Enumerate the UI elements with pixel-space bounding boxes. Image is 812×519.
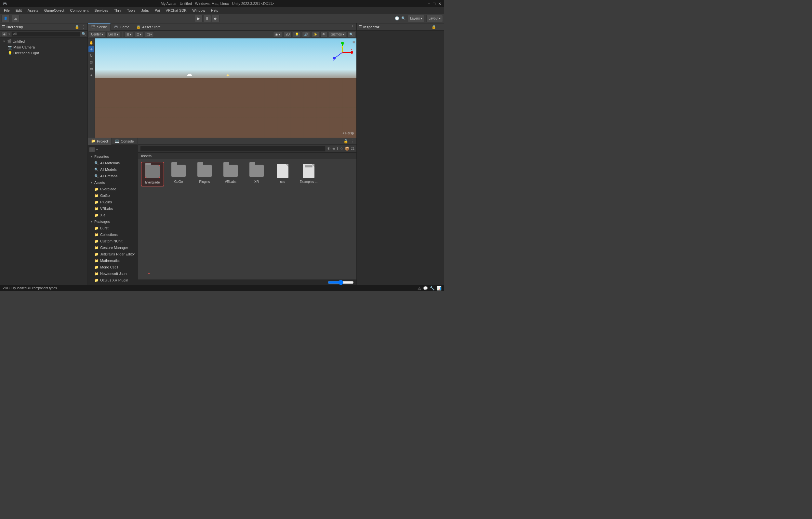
- minimize-button[interactable]: −: [428, 1, 431, 6]
- project-size-slider[interactable]: [328, 281, 354, 284]
- project-package-icon[interactable]: 📦: [345, 146, 350, 151]
- menu-help[interactable]: Help: [208, 8, 221, 13]
- search-scene-button[interactable]: 🔍: [347, 31, 355, 38]
- rect-tool[interactable]: ▭: [88, 66, 94, 72]
- sidebar-item-plugins[interactable]: 📁 Plugins: [88, 199, 138, 205]
- 2d-button[interactable]: 2D: [284, 31, 292, 38]
- effects-button[interactable]: ✨: [311, 31, 319, 38]
- layout-dropdown[interactable]: Layout ▾: [426, 15, 443, 22]
- hierarchy-options-icon[interactable]: ⋮: [81, 25, 86, 29]
- account-button[interactable]: 👤: [1, 15, 10, 22]
- center-dropdown[interactable]: Center ▾: [89, 31, 105, 38]
- move-tool[interactable]: ✛: [88, 46, 94, 52]
- scene-gizmo[interactable]: x y z: [331, 41, 354, 64]
- hierarchy-lock-icon[interactable]: 🔒: [75, 25, 79, 29]
- rotate-tool[interactable]: ↻: [88, 53, 94, 59]
- status-icon4[interactable]: 📊: [437, 286, 442, 291]
- grid-button[interactable]: ⊞ ▾: [124, 31, 133, 38]
- maximize-button[interactable]: □: [433, 1, 435, 6]
- inspector-lock-icon[interactable]: 🔒: [432, 25, 436, 29]
- sidebar-item-custom-nunit[interactable]: 📁 Custom NUnit: [88, 238, 138, 244]
- cloud-button[interactable]: ☁: [12, 15, 20, 22]
- hierarchy-item-directional-light[interactable]: 💡 Directional Light: [0, 50, 87, 56]
- project-star-icon[interactable]: ☆: [340, 146, 343, 151]
- audio-button[interactable]: 🔊: [302, 31, 310, 38]
- close-button[interactable]: ✕: [438, 1, 442, 6]
- menu-vrchat-sdk[interactable]: VRChat SDK: [163, 8, 189, 13]
- file-item-everglade[interactable]: Everglade: [141, 162, 164, 187]
- sidebar-item-all-models[interactable]: 🔍 All Models: [88, 166, 138, 173]
- menu-component[interactable]: Component: [67, 8, 91, 13]
- sidebar-item-xr[interactable]: 📁 XR: [88, 212, 138, 218]
- sidebar-item-oculus[interactable]: 📁 Oculus XR Plugin: [88, 277, 138, 283]
- menu-assets[interactable]: Assets: [25, 8, 41, 13]
- file-item-gogo[interactable]: GoGo: [167, 162, 190, 187]
- sidebar-item-all-materials[interactable]: 🔍 All Materials: [88, 160, 138, 166]
- sidebar-item-mono-cecil[interactable]: 📁 Mono Cecil: [88, 264, 138, 270]
- project-search-input[interactable]: [140, 146, 325, 152]
- menu-services[interactable]: Services: [92, 8, 111, 13]
- sidebar-item-mathematics[interactable]: 📁 Mathematics: [88, 257, 138, 264]
- sidebar-item-jetbrains[interactable]: 📁 JetBrains Rider Editor: [88, 251, 138, 257]
- menu-tools[interactable]: Tools: [124, 8, 138, 13]
- scale-tool[interactable]: ⊡: [88, 59, 94, 65]
- file-item-csc[interactable]: csc: [271, 162, 294, 187]
- menu-jobs[interactable]: Jobs: [139, 8, 151, 13]
- sidebar-item-newtonsoft[interactable]: 📁 Newtonsoft Json: [88, 270, 138, 277]
- sidebar-item-gogo[interactable]: 📁 GoGo: [88, 192, 138, 199]
- inspector-options-icon[interactable]: ⋮: [438, 25, 442, 29]
- project-bookmark-icon[interactable]: ★: [332, 146, 336, 151]
- local-dropdown[interactable]: Local ▾: [106, 31, 120, 38]
- pause-button[interactable]: ⏸: [203, 15, 211, 22]
- view-options-button[interactable]: ◫ ▾: [145, 31, 154, 38]
- lighting-button[interactable]: 💡: [293, 31, 301, 38]
- status-icon2[interactable]: 💬: [423, 286, 428, 291]
- scene-tab-menu[interactable]: ⋮: [349, 25, 356, 29]
- tab-project[interactable]: 📁 Project: [88, 138, 112, 145]
- project-eye-icon[interactable]: 👁: [327, 146, 331, 151]
- hierarchy-item-untitled[interactable]: ▼ 🎬 Untitled: [0, 38, 87, 44]
- tab-game[interactable]: 🎮 Game: [111, 23, 133, 31]
- menu-file[interactable]: File: [1, 8, 12, 13]
- scene-vis-button[interactable]: 👁: [320, 31, 327, 38]
- menu-window[interactable]: Window: [190, 8, 208, 13]
- status-icon3[interactable]: 🔧: [430, 286, 435, 291]
- menu-poi[interactable]: Poi: [152, 8, 162, 13]
- tab-scene[interactable]: 🎬 Scene: [88, 23, 111, 31]
- snap-button[interactable]: ⊡ ▾: [135, 31, 143, 38]
- file-item-vrlabs[interactable]: VRLabs: [219, 162, 242, 187]
- step-button[interactable]: ⏭: [212, 15, 220, 22]
- project-info-icon[interactable]: ℹ: [337, 146, 339, 151]
- scene-view[interactable]: ✋ ✛ ↻ ⊡ ▭ ✦ ☁: [88, 38, 356, 138]
- scene-hamburger-icon[interactable]: ≡: [352, 40, 355, 45]
- sidebar-item-gesture-manager[interactable]: 📁 Gesture Manager: [88, 244, 138, 251]
- play-button[interactable]: ▶: [195, 15, 203, 22]
- layers-dropdown[interactable]: Layers ▾: [408, 15, 424, 22]
- render-mode-button[interactable]: ◉ ▾: [273, 31, 282, 38]
- status-icon1[interactable]: ⚠: [417, 286, 421, 291]
- file-item-examples[interactable]: Examples ...: [297, 162, 320, 187]
- bottom-panel-lock-icon[interactable]: 🔒: [343, 139, 348, 143]
- sidebar-item-assets[interactable]: ▼ Assets: [88, 179, 138, 186]
- transform-tool[interactable]: ✦: [88, 72, 94, 78]
- hand-tool[interactable]: ✋: [88, 40, 94, 46]
- bottom-panel-options-icon[interactable]: ⋮: [350, 139, 354, 143]
- menu-edit[interactable]: Edit: [13, 8, 24, 13]
- sidebar-item-vrlabs[interactable]: 📁 VRLabs: [88, 205, 138, 212]
- hierarchy-add-button[interactable]: +: [1, 32, 7, 37]
- sidebar-item-everglade[interactable]: 📁 Everglade: [88, 186, 138, 192]
- project-add-button[interactable]: +: [89, 147, 95, 152]
- sidebar-item-all-prefabs[interactable]: 🔍 All Prefabs: [88, 173, 138, 179]
- sidebar-item-burst[interactable]: 📁 Burst: [88, 225, 138, 231]
- gizmos-button[interactable]: Gizmos ▾: [329, 31, 346, 38]
- file-item-xr[interactable]: XR: [245, 162, 268, 187]
- sidebar-item-packages[interactable]: ▼ Packages: [88, 218, 138, 225]
- tab-asset-store[interactable]: 🔒 Asset Store: [133, 23, 164, 31]
- hierarchy-item-main-camera[interactable]: 📷 Main Camera: [0, 44, 87, 50]
- tab-console[interactable]: 💻 Console: [112, 138, 137, 145]
- hierarchy-search-input[interactable]: [11, 32, 80, 37]
- menu-gameobject[interactable]: GameObject: [41, 8, 67, 13]
- menu-thry[interactable]: Thry: [112, 8, 124, 13]
- file-item-plugins[interactable]: Plugins: [193, 162, 216, 187]
- sidebar-item-favorites[interactable]: ▼ Favorites: [88, 153, 138, 160]
